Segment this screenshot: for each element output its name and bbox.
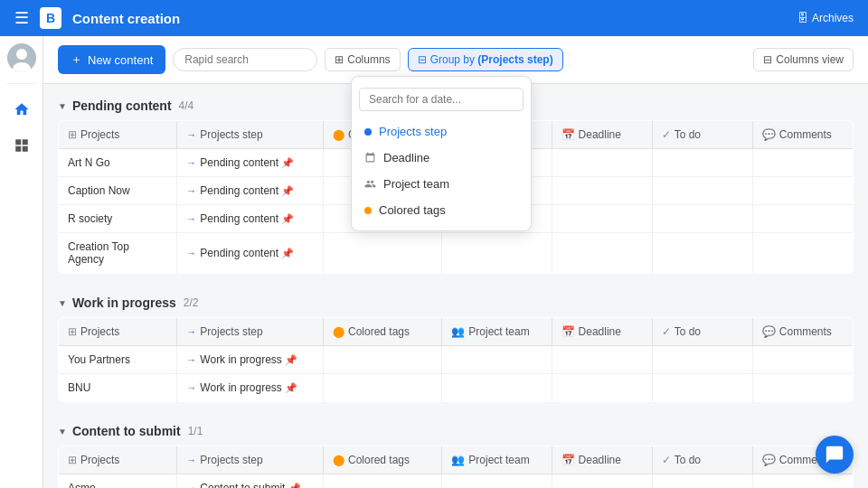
cell-step: → Work in progress 📌 (177, 346, 324, 374)
section-content-to-submit: ▼ Content to submit 1/1 ⊞Projects →Proje… (58, 424, 854, 488)
cell-comments (752, 233, 853, 274)
section-title: Content to submit (72, 424, 181, 438)
cell-deadline (552, 474, 652, 489)
step-arrow-icon: → (186, 185, 196, 196)
table-row: BNU → Work in progress 📌 (59, 374, 854, 402)
th-deadline: 📅Deadline (552, 318, 652, 346)
th-todo: ✓To do (652, 121, 752, 149)
wip-table: ⊞Projects →Projects step ⬤Colored tags 👥… (58, 317, 854, 402)
th-colored-tags: ⬤Colored tags (323, 318, 441, 346)
section-title: Pending content (72, 99, 172, 113)
section-header-submit[interactable]: ▼ Content to submit 1/1 (58, 424, 854, 438)
step-arrow-icon: → (186, 382, 196, 393)
grid-icon: ⊞ (68, 325, 77, 338)
main-content: ＋ New content ⊞ Columns ⊟ Group by (Proj… (43, 36, 868, 488)
chat-bubble-button[interactable] (816, 436, 854, 474)
columns-view-button[interactable]: ⊟ Columns view (753, 48, 854, 71)
cal-icon: 📅 (561, 128, 575, 141)
pin-icon: 📌 (281, 213, 294, 224)
cell-todo (652, 205, 752, 233)
th-projects: ⊞Projects (59, 318, 177, 346)
search-input[interactable] (173, 48, 317, 71)
toolbar: ＋ New content ⊞ Columns ⊟ Group by (Proj… (43, 36, 868, 84)
cell-deadline (552, 374, 652, 402)
th-projects: ⊞Projects (59, 446, 177, 474)
calendar-icon (364, 152, 376, 164)
group-icon: ⊟ (418, 53, 427, 66)
chevron-icon: ▼ (58, 298, 67, 308)
pin-icon: 📌 (281, 157, 294, 168)
team-icon (364, 178, 376, 190)
cell-comments (752, 374, 853, 402)
tag-icon: ⬤ (333, 128, 344, 141)
th-project-team: 👥Project team (442, 446, 552, 474)
cell-project: Caption Now (59, 177, 177, 205)
step-arrow-icon: → (186, 483, 196, 488)
cell-tags (323, 233, 441, 274)
cell-deadline (552, 233, 652, 274)
dropdown-search-input[interactable] (359, 88, 524, 111)
cell-todo (652, 233, 752, 274)
left-sidebar (0, 36, 43, 488)
archives-button[interactable]: 🗄 Archives (797, 12, 854, 24)
arrow-icon: → (186, 326, 196, 337)
section-header-wip[interactable]: ▼ Work in progress 2/2 (58, 296, 854, 310)
app-title: Content creation (72, 11, 180, 26)
avatar[interactable] (7, 43, 36, 72)
cell-project: Acme (59, 474, 177, 489)
dropdown-item-project-team[interactable]: Project team (352, 171, 531, 197)
plus-icon: ＋ (71, 52, 82, 68)
columns-button[interactable]: ⊞ Columns (325, 48, 400, 71)
cell-project: R society (59, 205, 177, 233)
tag-icon: ⬤ (333, 325, 344, 338)
table-row: You Partners → Work in progress 📌 (59, 346, 854, 374)
cell-step: → Work in progress 📌 (177, 374, 324, 402)
new-content-button[interactable]: ＋ New content (58, 45, 165, 74)
section-work-in-progress: ▼ Work in progress 2/2 ⊞Projects →Projec… (58, 296, 854, 402)
cell-team (442, 374, 552, 402)
arrow-icon: → (186, 455, 196, 465)
dropdown-item-label: Project team (383, 177, 449, 191)
step-arrow-icon: → (186, 157, 196, 168)
chevron-icon: ▼ (58, 427, 67, 436)
th-deadline: 📅Deadline (552, 121, 652, 149)
dropdown-item-deadline[interactable]: Deadline (352, 145, 531, 171)
dropdown-item-colored-tags[interactable]: Colored tags (352, 197, 531, 223)
cell-deadline (552, 205, 652, 233)
cell-step: → Pending content 📌 (177, 233, 324, 274)
archives-label: Archives (812, 12, 854, 24)
cell-todo (652, 346, 752, 374)
cell-project: You Partners (59, 346, 177, 374)
th-project-team: 👥Project team (442, 318, 552, 346)
cell-tags (323, 474, 441, 489)
table-row: Creation Top Agency → Pending content 📌 (59, 233, 854, 274)
comment-icon: 💬 (762, 454, 776, 466)
pin-icon: 📌 (281, 185, 294, 196)
comment-icon: 💬 (762, 128, 776, 141)
comment-icon: 💬 (762, 325, 776, 338)
th-projects-step: →Projects step (177, 318, 324, 346)
section-count: 4/4 (179, 99, 194, 112)
hamburger-icon[interactable]: ☰ (14, 8, 29, 28)
grid-icon: ⊞ (68, 128, 77, 141)
sidebar-home-icon[interactable] (7, 95, 36, 124)
cell-project: Creation Top Agency (59, 233, 177, 274)
archive-icon: 🗄 (797, 12, 808, 24)
check-icon: ✓ (662, 128, 671, 141)
pin-icon: 📌 (285, 354, 297, 365)
pin-icon: 📌 (288, 483, 301, 488)
sidebar-grid-icon[interactable] (7, 131, 36, 160)
cell-project: BNU (59, 374, 177, 402)
th-comments: 💬Comments (752, 318, 853, 346)
team-th-icon: 👥 (451, 454, 465, 466)
cell-todo (652, 149, 752, 177)
columns-icon: ⊞ (335, 53, 344, 66)
th-comments: 💬Comments (752, 121, 853, 149)
cal-icon: 📅 (561, 454, 575, 466)
cell-deadline (552, 346, 652, 374)
dropdown-item-projects-step[interactable]: Projects step (352, 118, 531, 145)
group-by-button[interactable]: ⊟ Group by (Projects step) (408, 48, 563, 71)
pin-icon: 📌 (285, 382, 297, 393)
dot-icon (364, 128, 372, 136)
cell-team (442, 474, 552, 489)
